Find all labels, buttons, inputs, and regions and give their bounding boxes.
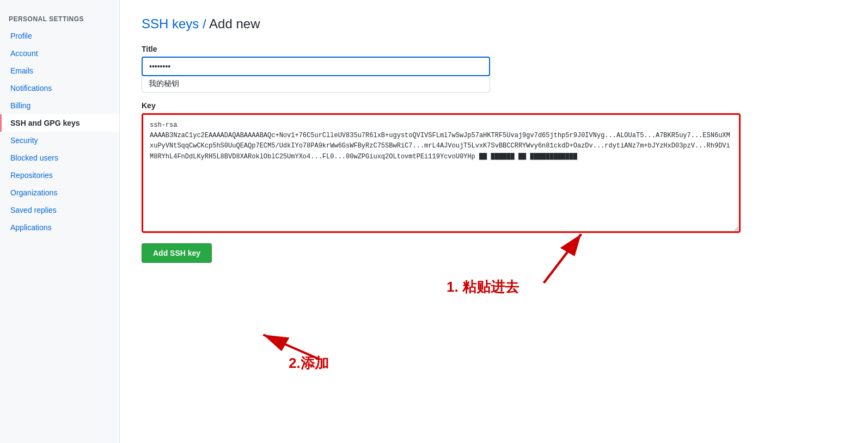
- sidebar-item-emails[interactable]: Emails: [0, 62, 119, 79]
- sidebar-item-saved-replies[interactable]: Saved replies: [0, 201, 119, 219]
- key-label: Key: [142, 101, 846, 110]
- annotation-label-1: 1. 粘贴进去: [447, 278, 519, 297]
- key-section: Key: [142, 101, 846, 235]
- breadcrumb-link[interactable]: SSH keys: [142, 16, 199, 31]
- sidebar-item-ssh-gpg-keys[interactable]: SSH and GPG keys: [0, 114, 119, 132]
- sidebar-item-billing[interactable]: Billing: [0, 97, 119, 114]
- sidebar-item-blocked-users[interactable]: Blocked users: [0, 149, 119, 167]
- breadcrumb-separator: /: [199, 16, 209, 31]
- sidebar-item-notifications[interactable]: Notifications: [0, 79, 119, 97]
- breadcrumb-current: Add new: [209, 16, 260, 31]
- sidebar-header: Personal settings: [0, 11, 119, 27]
- sidebar-item-applications[interactable]: Applications: [0, 219, 119, 236]
- add-ssh-key-button[interactable]: Add SSH key: [142, 243, 212, 263]
- title-label: Title: [142, 45, 846, 53]
- page-title: SSH keys / Add new: [142, 16, 846, 32]
- sidebar-item-account[interactable]: Account: [0, 45, 119, 62]
- key-textarea[interactable]: [142, 113, 741, 233]
- main-content: SSH keys / Add new Title 我的秘钥 Key Add SS…: [120, 0, 868, 443]
- sidebar-item-security[interactable]: Security: [0, 132, 119, 149]
- autocomplete-dropdown[interactable]: 我的秘钥: [142, 76, 490, 93]
- sidebar-item-organizations[interactable]: Organizations: [0, 184, 119, 201]
- annotation-label-2: 2.添加: [289, 354, 329, 373]
- svg-line-3: [263, 335, 319, 359]
- title-input[interactable]: [142, 57, 490, 76]
- sidebar: Personal settings ProfileAccountEmailsNo…: [0, 0, 120, 443]
- sidebar-item-profile[interactable]: Profile: [0, 27, 119, 45]
- sidebar-item-repositories[interactable]: Repositories: [0, 167, 119, 184]
- title-section: Title 我的秘钥: [142, 45, 846, 93]
- svg-line-2: [544, 234, 582, 283]
